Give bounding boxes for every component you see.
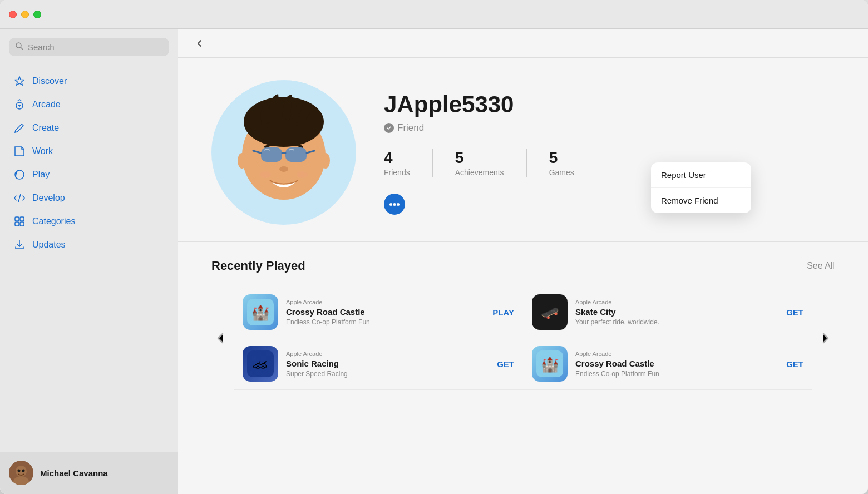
svg-point-20 xyxy=(260,171,271,178)
profile-avatar xyxy=(211,80,356,225)
search-placeholder: Search xyxy=(28,42,55,52)
svg-point-14 xyxy=(22,470,25,472)
content-header xyxy=(178,29,868,58)
categories-label: Categories xyxy=(32,216,75,226)
game-item: 🛹 Apple Arcade Skate City Your perfect r… xyxy=(523,286,812,338)
svg-rect-17 xyxy=(261,147,282,162)
play-label: Play xyxy=(32,170,50,180)
games-label: Games xyxy=(549,168,574,177)
sidebar-item-discover[interactable]: Discover xyxy=(4,70,174,93)
svg-rect-18 xyxy=(285,147,307,162)
updates-icon xyxy=(13,239,26,251)
profile-username: JApple5330 xyxy=(384,91,835,118)
svg-rect-9 xyxy=(20,222,24,226)
svg-point-26 xyxy=(393,203,396,206)
svg-text:🏰: 🏰 xyxy=(251,304,270,322)
search-icon xyxy=(16,42,23,52)
section-header: Recently Played See All xyxy=(211,259,835,273)
svg-text:🏎: 🏎 xyxy=(253,356,268,373)
minimize-button[interactable] xyxy=(21,11,29,18)
stat-achievements: 5 Achievements xyxy=(455,149,527,177)
game-description: Super Speed Racing xyxy=(286,370,489,378)
maximize-button[interactable] xyxy=(33,11,41,18)
sidebar-item-arcade[interactable]: Arcade xyxy=(4,93,174,116)
nav-items: Discover Arcade xyxy=(0,67,178,452)
sidebar-item-categories[interactable]: Categories xyxy=(4,210,174,233)
game-publisher: Apple Arcade xyxy=(575,299,778,305)
see-all-link[interactable]: See All xyxy=(807,261,835,271)
svg-line-1 xyxy=(21,47,23,50)
friend-status: Friend xyxy=(384,122,835,134)
stat-games: 5 Games xyxy=(549,149,596,177)
svg-point-13 xyxy=(18,470,21,472)
user-profile[interactable]: Michael Cavanna xyxy=(0,452,178,494)
arcade-label: Arcade xyxy=(32,100,61,110)
svg-point-22 xyxy=(238,153,246,169)
main-layout: Search Discover xyxy=(0,29,868,494)
game-item: 🏎 Apple Arcade Sonic Racing Super Speed … xyxy=(234,338,523,390)
user-name: Michael Cavanna xyxy=(40,468,108,478)
profile-info: JApple5330 Friend 4 Fri xyxy=(384,80,835,215)
create-label: Create xyxy=(32,123,59,133)
avatar xyxy=(9,461,33,485)
game-info-crossy: Apple Arcade Crossy Road Castle Endless … xyxy=(286,299,485,326)
traffic-lights xyxy=(9,11,41,18)
sidebar-item-create[interactable]: Create xyxy=(4,116,174,140)
friend-label: Friend xyxy=(397,122,424,134)
friends-label: Friends xyxy=(384,168,410,177)
game-icon-sonic: 🏎 xyxy=(243,346,278,382)
game-action-crossy[interactable]: PLAY xyxy=(492,308,514,317)
content: JApple5330 Friend 4 Fri xyxy=(178,29,868,494)
game-name: Crossy Road Castle xyxy=(286,307,485,317)
game-info-sonic: Apple Arcade Sonic Racing Super Speed Ra… xyxy=(286,350,489,378)
game-icon-crossy2: 🏰 xyxy=(532,346,568,382)
game-action-crossy2[interactable]: GET xyxy=(786,359,803,369)
achievements-count: 5 xyxy=(455,149,504,167)
back-button[interactable] xyxy=(191,35,208,52)
friend-check-icon xyxy=(384,123,394,133)
game-publisher: Apple Arcade xyxy=(286,350,489,357)
game-item: 🏰 Apple Arcade Crossy Road Castle Endles… xyxy=(523,338,812,390)
games-carousel: 🏰 Apple Arcade Crossy Road Castle Endles… xyxy=(211,286,835,390)
sidebar-item-updates[interactable]: Updates xyxy=(4,233,174,256)
titlebar xyxy=(0,0,868,29)
updates-label: Updates xyxy=(32,240,66,250)
sidebar-item-play[interactable]: Play xyxy=(4,163,174,186)
svg-point-21 xyxy=(297,171,308,178)
work-icon xyxy=(13,145,26,157)
remove-friend-item[interactable]: Remove Friend xyxy=(651,188,751,213)
games-count: 5 xyxy=(549,149,574,167)
svg-point-25 xyxy=(389,203,392,206)
game-publisher: Apple Arcade xyxy=(575,350,778,357)
game-action-skate[interactable]: GET xyxy=(786,308,803,317)
close-button[interactable] xyxy=(9,11,17,18)
game-icon-crossy: 🏰 xyxy=(243,294,278,330)
svg-text:🛹: 🛹 xyxy=(541,304,559,322)
carousel-left-arrow[interactable] xyxy=(211,329,229,347)
search-bar[interactable]: Search xyxy=(9,38,169,56)
game-description: Endless Co-op Platform Fun xyxy=(286,318,485,326)
more-button[interactable] xyxy=(384,194,405,215)
achievements-label: Achievements xyxy=(455,168,504,177)
develop-label: Develop xyxy=(32,193,65,203)
discover-label: Discover xyxy=(32,76,67,86)
arcade-icon xyxy=(13,98,26,111)
game-item: 🏰 Apple Arcade Crossy Road Castle Endles… xyxy=(234,286,523,338)
svg-text:🏰: 🏰 xyxy=(541,355,559,373)
carousel-right-arrow[interactable] xyxy=(817,329,835,347)
create-icon xyxy=(13,122,26,134)
sidebar-item-work[interactable]: Work xyxy=(4,140,174,163)
stats-row: 4 Friends 5 Achievements 5 Games xyxy=(384,149,835,177)
svg-point-16 xyxy=(244,97,324,147)
sidebar-item-develop[interactable]: Develop xyxy=(4,186,174,210)
games-grid: 🏰 Apple Arcade Crossy Road Castle Endles… xyxy=(234,286,812,390)
categories-icon xyxy=(13,215,26,228)
game-info-skate: Apple Arcade Skate City Your perfect rid… xyxy=(575,299,778,326)
play-icon xyxy=(13,169,26,181)
game-name: Skate City xyxy=(575,307,778,317)
profile-section: JApple5330 Friend 4 Fri xyxy=(178,58,868,242)
report-user-item[interactable]: Report User xyxy=(651,162,751,188)
svg-point-19 xyxy=(279,166,288,172)
game-action-sonic[interactable]: GET xyxy=(497,359,514,369)
develop-icon xyxy=(13,192,26,204)
